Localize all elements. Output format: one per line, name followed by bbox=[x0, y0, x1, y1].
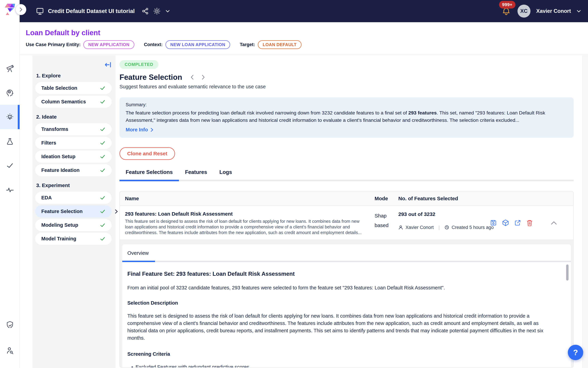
sidebar-collapse-button[interactable] bbox=[105, 61, 112, 68]
chevron-right-icon bbox=[150, 127, 154, 132]
sidebar-item-model-training[interactable]: Model Training bbox=[35, 233, 112, 245]
list-item: Excluded Features with redundant predict… bbox=[135, 363, 551, 367]
topbar: Credit Default Dataset UI tutorial bbox=[20, 0, 588, 22]
context-badge: NEW LOAN APPLICATION bbox=[165, 40, 230, 49]
trash-icon[interactable] bbox=[526, 219, 533, 226]
flask-icon bbox=[6, 138, 14, 145]
sidebar-item-eda[interactable]: EDA bbox=[35, 192, 112, 204]
section-title-experiment: 3. Experiment bbox=[36, 183, 112, 188]
summary-text: The feature selection process for predic… bbox=[126, 109, 568, 124]
feature-set-name: 293 features: Loan Default Risk Assessme… bbox=[125, 211, 364, 217]
sidebar-item-transforms[interactable]: Transforms bbox=[35, 123, 112, 135]
notifications-button[interactable]: 999+ bbox=[502, 7, 511, 16]
sidebar-item-feature-ideation[interactable]: Feature Ideation bbox=[35, 164, 112, 176]
active-tab-underline bbox=[122, 261, 155, 262]
screening-criteria-list: Excluded Features with redundant predict… bbox=[127, 363, 551, 367]
chevron-right-icon bbox=[19, 7, 23, 12]
detail-tab-bar: Overview bbox=[122, 250, 571, 262]
divider: | bbox=[438, 225, 440, 230]
tab-logs[interactable]: Logs bbox=[213, 169, 238, 180]
section-title-ideate: 2. Ideate bbox=[36, 114, 112, 120]
chevron-left-icon[interactable] bbox=[190, 74, 195, 81]
rail-item-monitor[interactable] bbox=[0, 178, 20, 202]
shield-check-icon bbox=[6, 321, 14, 329]
sidebar-item-filters[interactable]: Filters bbox=[35, 137, 112, 149]
sidebar-item-feature-selection[interactable]: Feature Selection bbox=[35, 205, 112, 218]
clock-icon bbox=[445, 225, 449, 230]
lightbulb-icon bbox=[6, 113, 14, 121]
check-icon bbox=[100, 236, 106, 242]
chevron-up-icon[interactable] bbox=[551, 221, 557, 225]
sidebar-item-modeling-setup[interactable]: Modeling Setup bbox=[35, 219, 112, 231]
mode-value: Shap based bbox=[374, 211, 393, 230]
chevron-right-icon[interactable] bbox=[201, 74, 206, 81]
check-icon bbox=[100, 167, 106, 173]
chevron-down-icon[interactable] bbox=[165, 9, 170, 14]
page-scrollbar[interactable] bbox=[582, 55, 588, 368]
share-icon[interactable] bbox=[142, 8, 149, 15]
rail-expand-button[interactable] bbox=[15, 4, 26, 15]
rail-item-governance[interactable] bbox=[0, 312, 20, 338]
selection-description-text: This feature set is designed to assess t… bbox=[127, 312, 551, 342]
notification-badge: 999+ bbox=[499, 1, 516, 9]
check-icon bbox=[100, 154, 106, 160]
user-name[interactable]: Xavier Conort bbox=[536, 8, 571, 14]
help-button[interactable]: ? bbox=[568, 345, 583, 360]
tab-features[interactable]: Features bbox=[179, 169, 213, 180]
sidebar-item-ideation-setup[interactable]: Ideation Setup bbox=[35, 150, 112, 163]
rail-item-experiment[interactable] bbox=[0, 129, 20, 153]
created-timestamp: Created 5 hours ago bbox=[452, 225, 494, 230]
rail-item-semantics[interactable] bbox=[0, 81, 20, 105]
rail-item-validate[interactable] bbox=[0, 153, 20, 178]
column-header-mode: Mode bbox=[374, 196, 398, 202]
tab-bar: Feature Selections Features Logs bbox=[119, 169, 574, 181]
summary-label: Summary: bbox=[126, 102, 568, 108]
project-title[interactable]: Credit Default Dataset UI tutorial bbox=[48, 8, 135, 14]
page-header: Loan Default by client Use Case Primary … bbox=[20, 22, 588, 55]
section-subtitle: Suggest features and evaluate semantic r… bbox=[119, 84, 574, 90]
clone-and-reset-button[interactable]: Clone and Reset bbox=[119, 147, 175, 160]
primary-entity-badge: NEW APPLICATION bbox=[83, 40, 134, 49]
table-row[interactable]: 293 features: Loan Default Risk Assessme… bbox=[120, 206, 573, 240]
check-icon bbox=[6, 162, 14, 169]
sidebar-item-table-selection[interactable]: Table Selection bbox=[35, 82, 112, 94]
summary-card: Summary: The feature selection process f… bbox=[119, 97, 574, 138]
column-header-name: Name bbox=[125, 196, 374, 202]
sidebar-item-column-semantics[interactable]: Column Semantics bbox=[35, 96, 112, 108]
person-icon bbox=[398, 225, 403, 230]
steps-sidebar: 1. Explore Table Selection Column Semant… bbox=[32, 55, 116, 368]
save-icon[interactable] bbox=[490, 219, 497, 226]
user-search-icon bbox=[6, 347, 14, 354]
author-name: Xavier Conort bbox=[405, 225, 434, 230]
icon-rail bbox=[0, 0, 20, 368]
detail-scrollbar-thumb[interactable] bbox=[566, 265, 569, 281]
more-info-link[interactable]: More Info bbox=[126, 127, 154, 133]
chevron-right-icon[interactable] bbox=[114, 209, 119, 214]
tab-overview[interactable]: Overview bbox=[127, 250, 149, 261]
pulse-icon bbox=[6, 186, 14, 194]
check-icon bbox=[100, 195, 106, 201]
telescope-icon bbox=[6, 64, 14, 73]
rail-item-user-search[interactable] bbox=[0, 338, 20, 363]
section-heading: Feature Selection bbox=[119, 73, 182, 82]
page-title: Loan Default by client bbox=[26, 29, 100, 37]
monitor-icon bbox=[36, 7, 44, 15]
feature-set-description: This feature set is designed to assess t… bbox=[125, 219, 364, 235]
section-title-explore: 1. Explore bbox=[36, 73, 112, 79]
check-icon bbox=[100, 209, 106, 214]
status-badge: COMPLETED bbox=[119, 60, 159, 69]
head-gear-icon bbox=[6, 89, 14, 97]
app-logo bbox=[4, 3, 15, 15]
chevron-down-icon[interactable] bbox=[576, 8, 581, 14]
check-icon bbox=[100, 126, 106, 132]
external-link-icon[interactable] bbox=[514, 219, 521, 226]
avatar[interactable]: XC bbox=[517, 5, 530, 18]
feature-selections-table: Name Mode No. of Features Selected 293 f… bbox=[119, 191, 574, 368]
tab-feature-selections[interactable]: Feature Selections bbox=[119, 169, 179, 180]
rail-item-ideate[interactable] bbox=[0, 105, 20, 129]
rail-item-explore[interactable] bbox=[0, 56, 20, 81]
package-icon[interactable] bbox=[502, 219, 509, 226]
target-label: Target: bbox=[240, 42, 255, 47]
gear-icon[interactable] bbox=[153, 7, 161, 15]
context-label: Context: bbox=[144, 42, 163, 47]
